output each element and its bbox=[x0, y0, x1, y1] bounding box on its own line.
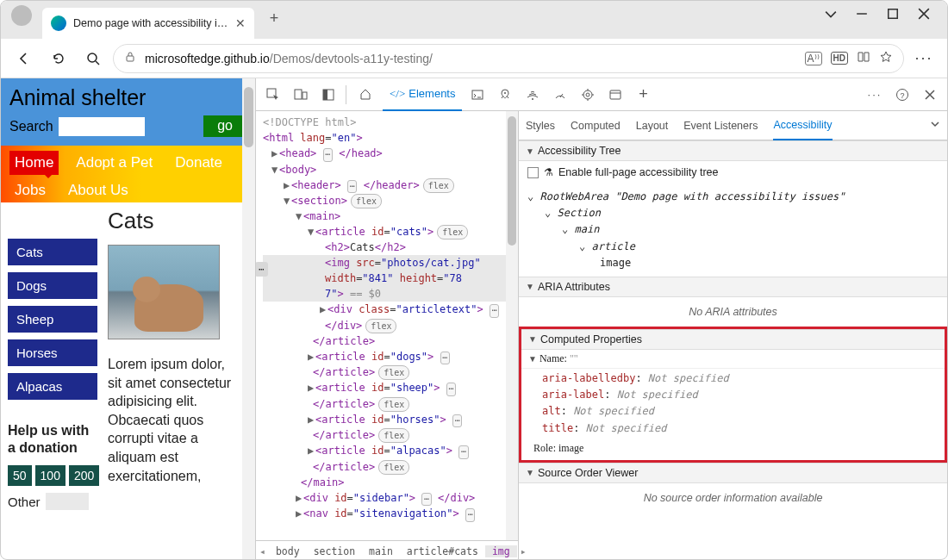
nav-about[interactable]: About Us bbox=[63, 178, 134, 202]
help-icon[interactable]: ? bbox=[890, 83, 914, 107]
search-input[interactable] bbox=[59, 117, 145, 136]
svg-rect-5 bbox=[302, 92, 307, 99]
more-button[interactable]: ··· bbox=[909, 44, 939, 73]
computed-properties-header[interactable]: ▼Computed Properties bbox=[521, 329, 945, 350]
computed-properties-highlight: ▼Computed Properties ▼ Name: "" aria-lab… bbox=[519, 327, 947, 463]
svg-point-1 bbox=[88, 53, 97, 62]
close-tab-icon[interactable]: ✕ bbox=[235, 16, 246, 30]
accessibility-pane: Styles Computed Layout Event Listeners A… bbox=[519, 111, 947, 560]
svg-rect-0 bbox=[889, 9, 898, 18]
more-tabs-icon[interactable]: + bbox=[631, 83, 655, 107]
fullpage-checkbox[interactable] bbox=[527, 167, 539, 178]
back-button[interactable] bbox=[9, 44, 39, 73]
svg-text:?: ? bbox=[900, 90, 904, 99]
svg-point-9 bbox=[504, 92, 506, 94]
no-aria-text: No ARIA attributes bbox=[519, 297, 947, 327]
dom-scrollbar[interactable] bbox=[506, 111, 518, 540]
application-tab-icon[interactable] bbox=[603, 83, 627, 107]
layout-tab[interactable]: Layout bbox=[636, 120, 669, 132]
svg-point-11 bbox=[583, 90, 592, 99]
device-icon[interactable] bbox=[289, 83, 313, 107]
dom-hover-dots-icon[interactable]: ⋯ bbox=[256, 262, 268, 277]
aria-attributes-header[interactable]: ▼ARIA Attributes bbox=[519, 277, 947, 297]
svg-point-12 bbox=[586, 93, 589, 96]
maximize-icon[interactable] bbox=[887, 8, 899, 22]
memory-tab-icon[interactable] bbox=[576, 83, 600, 107]
elements-tab[interactable]: </>Elements bbox=[383, 78, 462, 111]
main-nav: Home Adopt a Pet Donate Jobs About Us bbox=[1, 146, 255, 202]
svg-point-10 bbox=[532, 98, 533, 100]
sidebar-item-alpacas[interactable]: Alpacas bbox=[8, 373, 97, 400]
a11y-tree-image[interactable]: image bbox=[527, 255, 939, 271]
dom-tree-pane[interactable]: <!DOCTYPE html> <html lang="en"> ▶<head>… bbox=[256, 111, 519, 560]
chevron-down-icon[interactable] bbox=[825, 8, 837, 22]
performance-tab-icon[interactable] bbox=[548, 83, 572, 107]
welcome-tab[interactable] bbox=[352, 78, 379, 111]
a11y-tree-header[interactable]: ▼Accessibility Tree bbox=[519, 140, 947, 161]
fullpage-label: Enable full-page accessibility tree bbox=[558, 166, 719, 178]
article-text: Lorem ipsum dolor, sit amet consectetur … bbox=[108, 355, 234, 485]
page-title: Animal shelter bbox=[9, 85, 246, 110]
minimize-icon[interactable] bbox=[856, 8, 868, 22]
svg-rect-7 bbox=[323, 90, 327, 100]
event-listeners-tab[interactable]: Event Listeners bbox=[683, 120, 758, 132]
dom-breadcrumb[interactable]: ◂ body section main article#cats img ▸ bbox=[256, 540, 518, 560]
svg-rect-2 bbox=[127, 56, 134, 61]
url-text: microsoftedge.github.io/Demos/devtools-a… bbox=[145, 52, 796, 65]
rendered-page: Animal shelter Search go Home Adopt a Pe… bbox=[1, 78, 255, 560]
nav-adopt[interactable]: Adopt a Pet bbox=[71, 151, 158, 175]
network-tab-icon[interactable] bbox=[521, 83, 545, 107]
favorite-icon[interactable] bbox=[879, 50, 893, 66]
dock-icon[interactable] bbox=[316, 83, 340, 107]
hd-icon[interactable]: HD bbox=[831, 52, 848, 65]
tab-title: Demo page with accessibility issu bbox=[73, 17, 228, 29]
profile-avatar[interactable] bbox=[11, 5, 32, 26]
search-label: Search bbox=[9, 119, 53, 134]
accessibility-tab[interactable]: Accessibility bbox=[773, 111, 832, 140]
refresh-button[interactable] bbox=[44, 44, 73, 73]
new-tab-button[interactable]: + bbox=[261, 5, 287, 31]
reader-icon[interactable] bbox=[857, 50, 870, 66]
close-devtools-icon[interactable] bbox=[918, 83, 942, 107]
svg-rect-4 bbox=[295, 90, 302, 99]
lock-icon bbox=[124, 51, 136, 65]
donate-200[interactable]: 200 bbox=[69, 465, 99, 486]
sidebar-item-horses[interactable]: Horses bbox=[8, 339, 97, 366]
nav-home[interactable]: Home bbox=[9, 151, 59, 175]
donate-50[interactable]: 50 bbox=[8, 465, 32, 486]
search-button[interactable] bbox=[78, 44, 108, 73]
inspect-icon[interactable] bbox=[261, 83, 285, 107]
sidebar-item-dogs[interactable]: Dogs bbox=[8, 272, 97, 299]
read-aloud-icon[interactable]: A⁾⁾ bbox=[805, 52, 822, 65]
devtools-more-icon[interactable]: ··· bbox=[863, 83, 887, 107]
cat-image bbox=[108, 245, 220, 339]
nav-jobs[interactable]: Jobs bbox=[9, 178, 51, 202]
sidebar-item-sheep[interactable]: Sheep bbox=[8, 306, 97, 333]
no-source-text: No source order information available bbox=[519, 483, 947, 513]
devtools-panel: </>Elements + ··· ? <!DOCTYPE html> <htm… bbox=[255, 78, 947, 560]
donation-heading: Help us with a donation bbox=[8, 422, 97, 457]
source-order-header[interactable]: ▼Source Order Viewer bbox=[519, 463, 947, 483]
browser-tab[interactable]: Demo page with accessibility issu ✕ bbox=[42, 8, 254, 39]
sidebar-item-cats[interactable]: Cats bbox=[8, 239, 97, 265]
sources-tab-icon[interactable] bbox=[493, 83, 517, 107]
donate-100[interactable]: 100 bbox=[35, 465, 65, 486]
nav-active-arrow-icon bbox=[42, 172, 54, 178]
svg-rect-13 bbox=[610, 90, 621, 99]
url-bar[interactable]: microsoftedge.github.io/Demos/devtools-a… bbox=[113, 44, 904, 73]
go-button[interactable]: go bbox=[203, 115, 246, 137]
page-scrollbar[interactable] bbox=[242, 78, 255, 560]
close-window-icon[interactable] bbox=[918, 8, 930, 22]
donate-other-label: Other bbox=[8, 495, 41, 509]
console-tab-icon[interactable] bbox=[465, 83, 490, 107]
edge-favicon-icon bbox=[51, 16, 66, 31]
styles-tab[interactable]: Styles bbox=[526, 120, 555, 132]
donate-other-input[interactable] bbox=[46, 493, 89, 510]
dom-selected-img[interactable]: <img src="photos/cat.jpg" bbox=[263, 255, 518, 271]
computed-tab[interactable]: Computed bbox=[571, 120, 621, 132]
dom-doctype: <!DOCTYPE html> bbox=[263, 115, 518, 130]
article-heading: Cats bbox=[108, 208, 234, 234]
flask-icon: ⚗ bbox=[544, 166, 553, 178]
chevron-down-icon[interactable] bbox=[930, 119, 940, 132]
nav-donate[interactable]: Donate bbox=[170, 151, 228, 175]
